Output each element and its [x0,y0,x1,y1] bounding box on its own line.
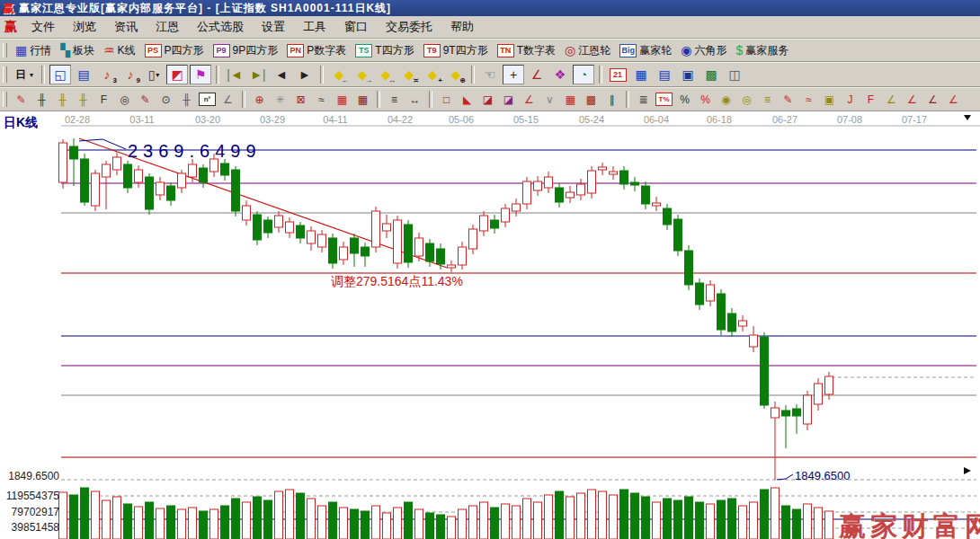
draw-tool-clock-circle[interactable]: ⊙ [156,91,176,109]
tool-diamond-compress[interactable]: ◆≍ [398,65,420,84]
draw-tool-ruler-123[interactable]: ≡ [385,91,405,109]
toolbar-grip[interactable] [3,43,7,58]
tool-notes[interactable]: ▤ [654,65,675,84]
draw-tool-pencil-red[interactable]: ✎ [779,91,798,109]
draw-tool-ying-grid[interactable]: ▦ [353,91,373,109]
toolbar-button-winner-wheel[interactable]: Big赢家轮 [615,41,676,60]
axis-dropdown-arrow-icon[interactable] [964,115,971,120]
tool-diamond-fit[interactable]: ◆+ [422,65,443,84]
menu-item-浏览[interactable]: 浏览 [64,17,105,37]
draw-tool-red-grid-k[interactable]: ▩ [582,91,601,109]
draw-tool-square-frame[interactable]: □ [437,91,457,109]
menu-item-公式选股[interactable]: 公式选股 [188,17,253,37]
draw-tool-gold-grid-2[interactable]: ╫ [74,91,94,109]
tool-flag-chart[interactable]: ⚑ [190,65,211,84]
tool-calendar-21[interactable]: 21 [607,65,628,84]
toolbar-button-9t-square[interactable]: T99T四方形 [419,41,493,60]
toolbar-button-gann-wheel[interactable]: ◎江恩轮 [560,41,615,60]
menu-item-交易委托[interactable]: 交易委托 [377,17,441,37]
draw-tool-f-grid[interactable]: F [94,91,114,109]
draw-tool-scale-123[interactable]: ≣ [634,91,654,109]
draw-tool-pencil[interactable]: ✎ [12,91,31,109]
tool-bars-9[interactable]: ♪9 [120,65,141,84]
tool-diamond-scroll-left[interactable]: ◆← [328,65,350,84]
draw-tool-gold-circle[interactable]: ◉ [717,91,736,109]
toolbar-button-t-square[interactable]: TST四方形 [351,41,418,60]
tool-diamond-zoom[interactable]: ◆⊕ [445,65,467,84]
tool-jump-last[interactable]: ►| [247,65,269,84]
draw-tool-slant-lines[interactable]: ∥ [602,91,622,109]
scroll-arrow-icon[interactable] [964,467,971,474]
draw-tool-red-grid[interactable]: ▦ [561,91,581,109]
tool-export-image[interactable]: ▩ [700,65,722,84]
draw-tool-fan-square-2[interactable]: ◪ [499,91,519,109]
toolbar-button-quotes[interactable]: ▦行情 [11,41,56,60]
menu-item-工具[interactable]: 工具 [294,17,335,37]
toolbar-button-winner-service[interactable]: $赢家服务 [731,41,793,60]
tool-candle-style[interactable]: ▯▾ [143,65,165,84]
menu-item-资讯[interactable]: 资讯 [105,17,147,37]
tool-crosshair-tool[interactable]: + [503,65,524,84]
draw-tool-fan-lines[interactable]: ◣ [458,91,477,109]
draw-tool-angle-si[interactable]: ∠ [944,91,964,109]
toolbar-button-hexagon[interactable]: ◉六角形 [676,41,731,60]
tool-step-forward[interactable]: ► [294,65,316,84]
tool-diamond-scroll-right[interactable]: ◆→ [352,65,373,84]
tool-jump-first[interactable]: |◄ [224,65,245,84]
menu-item-窗口[interactable]: 窗口 [335,17,377,37]
menu-item-江恩[interactable]: 江恩 [147,17,188,37]
draw-tool-star-web[interactable]: ✳ [271,91,290,109]
draw-tool-gold-scale[interactable]: ≡ [758,91,778,109]
draw-tool-n2-grid[interactable]: n² [198,91,218,109]
draw-tool-angle-gold[interactable]: ∠ [882,91,902,109]
draw-tool-gann-target[interactable]: ⊕ [250,91,270,109]
draw-tool-shen-grid[interactable]: ▦ [333,91,352,109]
draw-tool-angle-ying[interactable]: ∠ [923,91,943,109]
draw-tool-angle-lines[interactable]: ∠ [520,91,539,109]
tool-bars-3[interactable]: ♪3 [96,65,118,84]
toolbar-button-kline[interactable]: ♒K线 [99,41,140,60]
period-selector[interactable]: 日▾ [11,66,38,84]
draw-tool-percent[interactable]: % [675,91,695,109]
draw-tool-wave-red[interactable]: ≈ [799,91,819,109]
tool-chart-pane-toggle[interactable]: ◱ [49,65,71,84]
draw-tool-angle-j[interactable]: J [841,91,860,109]
tool-counter-123[interactable]: ◔ [573,65,594,84]
draw-tool-gold-box[interactable]: ▣ [820,91,840,109]
draw-tool-plain-grid[interactable]: ╫ [177,91,197,109]
toolbar-grip[interactable] [3,66,7,83]
tool-diamond-expand[interactable]: ◆↔ [375,65,396,84]
draw-tool-spiral-grid[interactable]: ◎ [115,91,135,109]
draw-tool-web-grid[interactable]: ⊠ [291,91,311,109]
draw-tool-width-measure[interactable]: ↔ [405,91,425,109]
tool-angle-measure[interactable]: ∠ [526,65,548,84]
tool-calculator[interactable]: ▦ [630,65,652,84]
menu-item-设置[interactable]: 设置 [253,17,294,37]
draw-tool-angle-f[interactable]: F [861,91,881,109]
draw-tool-gold-circle-2[interactable]: ◎ [737,91,757,109]
draw-tool-pencil-ruler[interactable]: ✎ [136,91,156,109]
draw-tool-v-wave[interactable]: ∨ [540,91,560,109]
tool-save[interactable]: ▣ [677,65,699,84]
toolbar-button-9p-square[interactable]: P99P四方形 [209,41,283,60]
toolbar-button-p-number-table[interactable]: PNP数字表 [282,41,351,60]
tool-hand-tool[interactable]: ☜ [479,65,501,84]
toolbar-button-sectors[interactable]: ▚板块 [56,41,99,60]
draw-tool-fan-square[interactable]: ◪ [478,91,498,109]
tool-info-panel[interactable]: ▤ [73,65,94,84]
draw-tool-trend-percent[interactable]: T% [655,91,674,109]
draw-tool-gold-grid-1[interactable]: ╫ [53,91,73,109]
kline-chart[interactable]: 02-2803-1103-2003-2904-1104-2205-0605-15… [0,111,980,539]
toolbar-button-p-square[interactable]: PSP四方形 [140,41,209,60]
menu-item-文件[interactable]: 文件 [22,17,64,37]
menu-item-帮助[interactable]: 帮助 [441,17,483,37]
draw-tool-tick-grid[interactable]: ╫ [32,91,52,109]
tool-gann-flower[interactable]: ❖ [549,65,571,84]
draw-tool-angle-shen[interactable]: ∠ [903,91,922,109]
draw-tool-k-wave[interactable]: ≈ [312,91,332,109]
draw-tool-percent-line[interactable]: % [696,91,716,109]
toolbar-grip[interactable] [3,92,7,108]
draw-tool-angle-ruler[interactable]: ∠ [218,91,238,109]
tool-print[interactable]: ◫ [724,65,745,84]
tool-step-back[interactable]: ◄ [271,65,292,84]
